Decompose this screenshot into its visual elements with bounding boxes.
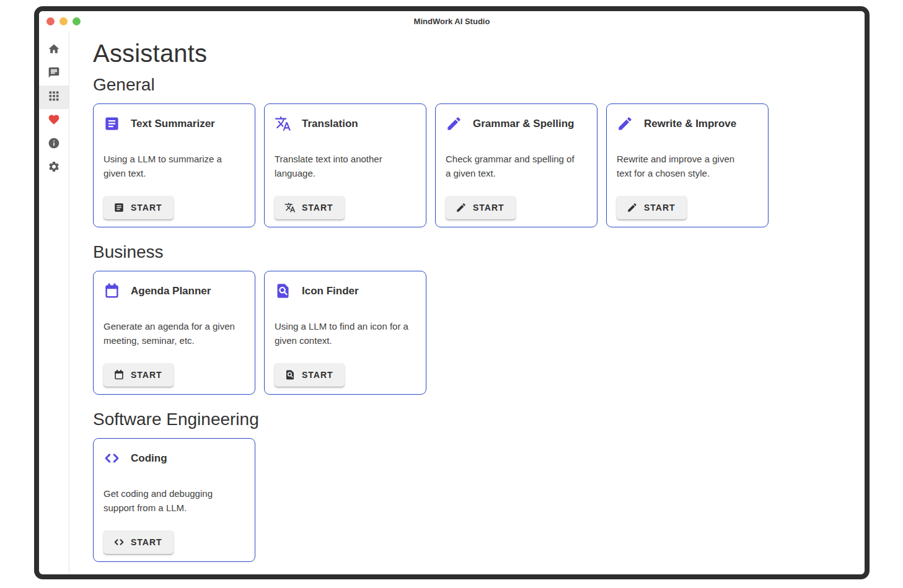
card-description: Generate an agenda for a given meeting, …: [104, 319, 242, 348]
card-description: Translate text into another language.: [275, 152, 413, 181]
start-button[interactable]: START: [104, 530, 174, 554]
card-title: Coding: [131, 452, 167, 465]
start-button-label: START: [473, 203, 504, 213]
translate-icon: [275, 115, 291, 132]
pencil-icon: [617, 115, 633, 132]
card-description: Rewrite and improve a given text for a c…: [617, 152, 755, 181]
start-button[interactable]: START: [104, 363, 174, 387]
card-description: Using a LLM to find an icon for a given …: [275, 319, 413, 348]
settings-gear-icon: [48, 160, 60, 175]
card-header: Icon Finder: [275, 283, 413, 299]
minimize-button[interactable]: [59, 17, 68, 25]
card-header: Grammar & Spelling: [446, 115, 584, 132]
section: GeneralText SummarizerUsing a LLM to sum…: [93, 75, 865, 227]
card-header: Text Summarizer: [104, 115, 242, 132]
app-window: MindWork AI Studio Assistants: [34, 6, 870, 579]
card-description: Using a LLM to summarize a given text.: [104, 152, 242, 181]
start-button-label: START: [131, 203, 162, 213]
assistant-card: Agenda PlannerGenerate an agenda for a g…: [93, 271, 255, 395]
pencil-icon: [456, 202, 467, 213]
info-icon: [48, 137, 60, 152]
translate-icon: [284, 202, 296, 213]
favorites-heart-icon: [48, 113, 60, 128]
sidebar-item-assistants[interactable]: [39, 86, 69, 109]
sidebar-item-settings[interactable]: [39, 156, 69, 180]
sections-container: GeneralText SummarizerUsing a LLM to sum…: [93, 75, 865, 562]
card-title: Agenda Planner: [131, 285, 211, 297]
section-title: Software Engineering: [93, 410, 865, 429]
assistant-card: Rewrite & ImproveRewrite and improve a g…: [606, 103, 769, 227]
page-title: Assistants: [93, 40, 865, 68]
sidebar-item-favorites[interactable]: [39, 109, 69, 133]
start-button[interactable]: START: [446, 196, 516, 219]
card-header: Translation: [275, 115, 413, 132]
document-icon: [113, 202, 125, 213]
card-row: Agenda PlannerGenerate an agenda for a g…: [93, 271, 865, 395]
zoom-button[interactable]: [73, 17, 81, 25]
close-button[interactable]: [46, 17, 55, 25]
card-title: Translation: [302, 118, 358, 130]
code-icon: [113, 537, 125, 548]
section-title: General: [93, 75, 865, 95]
window-title: MindWork AI Studio: [414, 17, 490, 26]
start-button-label: START: [302, 370, 333, 380]
titlebar: MindWork AI Studio: [39, 11, 865, 31]
sidebar-item-home[interactable]: [39, 38, 69, 62]
assistant-card: Icon FinderUsing a LLM to find an icon f…: [264, 271, 426, 395]
card-description: Get coding and debugging support from a …: [104, 486, 242, 516]
section-title: Business: [93, 242, 865, 262]
icon-search-icon: [284, 369, 296, 380]
start-button[interactable]: START: [104, 196, 174, 219]
card-title: Text Summarizer: [131, 118, 215, 130]
sidebar-item-about[interactable]: [39, 133, 69, 156]
assistant-card: TranslationTranslate text into another l…: [264, 103, 426, 227]
sidebar-item-chats[interactable]: [39, 62, 69, 86]
start-button-label: START: [131, 537, 162, 547]
calendar-icon: [113, 369, 125, 380]
card-header: Agenda Planner: [104, 283, 242, 299]
main-content: Assistants GeneralText SummarizerUsing a…: [69, 31, 865, 574]
section: BusinessAgenda PlannerGenerate an agenda…: [93, 242, 865, 395]
calendar-icon: [104, 283, 120, 299]
icon-search-icon: [275, 283, 291, 299]
start-button-label: START: [302, 203, 333, 213]
section: Software EngineeringCodingGet coding and…: [93, 410, 865, 562]
start-button-label: START: [644, 203, 676, 213]
card-title: Grammar & Spelling: [473, 118, 574, 130]
apps-grid-icon: [48, 90, 60, 105]
sidebar: [39, 31, 69, 574]
traffic-lights: [46, 11, 81, 31]
pencil-icon: [627, 202, 638, 213]
assistant-card: Text SummarizerUsing a LLM to summarize …: [93, 103, 255, 227]
card-description: Check grammar and spelling of a given te…: [446, 152, 584, 181]
card-row: CodingGet coding and debugging support f…: [93, 438, 865, 562]
chat-icon: [48, 66, 60, 81]
assistant-card: Grammar & SpellingCheck grammar and spel…: [435, 103, 597, 227]
card-title: Rewrite & Improve: [644, 118, 736, 130]
assistant-card: CodingGet coding and debugging support f…: [93, 438, 255, 562]
card-title: Icon Finder: [302, 285, 359, 297]
code-icon: [104, 450, 120, 467]
home-icon: [48, 43, 60, 58]
card-header: Coding: [104, 450, 242, 467]
card-row: Text SummarizerUsing a LLM to summarize …: [93, 103, 865, 227]
document-icon: [104, 115, 120, 132]
pencil-icon: [446, 115, 462, 132]
start-button[interactable]: START: [617, 196, 687, 219]
start-button[interactable]: START: [275, 363, 345, 387]
start-button-label: START: [131, 370, 162, 380]
card-header: Rewrite & Improve: [617, 115, 755, 132]
start-button[interactable]: START: [275, 196, 345, 219]
window-content: Assistants GeneralText SummarizerUsing a…: [39, 31, 865, 574]
